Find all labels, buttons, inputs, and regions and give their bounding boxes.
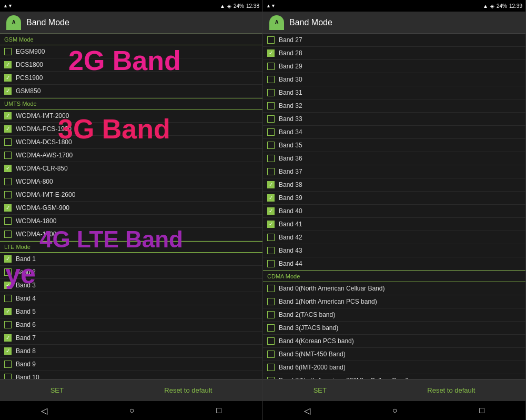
band-item[interactable]: Band 4(Korean PCS band)	[263, 335, 525, 348]
band-item[interactable]: Band 1	[0, 253, 262, 266]
checkbox-wcdma-1800[interactable]	[4, 217, 12, 225]
checkbox-cdma-band6[interactable]	[267, 364, 275, 371]
band-item[interactable]: WCDMA-PCS-1900	[0, 123, 262, 136]
checkbox-band5[interactable]	[4, 308, 12, 315]
checkbox-wcdma-dcs1800[interactable]	[4, 138, 12, 146]
band-item[interactable]: PCS1900	[0, 72, 262, 85]
checkbox-band33[interactable]	[267, 115, 275, 123]
band-item[interactable]: Band 30	[263, 73, 525, 86]
checkbox-band28[interactable]	[267, 49, 275, 57]
checkbox-dcs1800[interactable]	[4, 61, 12, 68]
recents-icon-right[interactable]: □	[479, 406, 484, 415]
band-item[interactable]: Band 38	[263, 178, 525, 192]
band-item[interactable]: Band 5(NMT-450 Band)	[263, 348, 525, 361]
band-item[interactable]: WCDMA-1800	[0, 215, 262, 228]
band-item[interactable]: WCDMA-IMT-2000	[0, 109, 262, 123]
content-left[interactable]: GSM Mode EGSM900 DCS1800 PCS1900 GSM850 …	[0, 34, 262, 379]
band-item[interactable]: WCDMA-1700	[0, 228, 262, 241]
recents-icon[interactable]: □	[216, 406, 221, 415]
checkbox-band3[interactable]	[4, 282, 12, 289]
checkbox-band27[interactable]	[267, 36, 275, 44]
checkbox-cdma-band1[interactable]	[267, 298, 275, 305]
checkbox-band29[interactable]	[267, 63, 275, 70]
band-item[interactable]: Band 39	[263, 192, 525, 205]
band-item[interactable]: Band 3	[0, 279, 262, 292]
band-item[interactable]: WCDMA-GSM-900	[0, 202, 262, 215]
band-item[interactable]: Band 35	[263, 139, 525, 152]
band-item[interactable]: Band 34	[263, 126, 525, 139]
checkbox-band44[interactable]	[267, 260, 275, 267]
checkbox-pcs1900[interactable]	[4, 74, 12, 82]
band-item[interactable]: Band 27	[263, 34, 525, 47]
band-item[interactable]: DCS1800	[0, 58, 262, 72]
band-item[interactable]: Band 5	[0, 305, 262, 318]
band-item[interactable]: GSM850	[0, 85, 262, 98]
checkbox-band35[interactable]	[267, 142, 275, 149]
checkbox-band9[interactable]	[4, 361, 12, 368]
checkbox-band2[interactable]	[4, 268, 12, 276]
band-item[interactable]: Band 1(North American PCS band)	[263, 295, 525, 308]
checkbox-band7[interactable]	[4, 334, 12, 342]
checkbox-gsm850[interactable]	[4, 87, 12, 95]
band-item[interactable]: Band 32	[263, 99, 525, 113]
band-item[interactable]: Band 3(JTACS band)	[263, 322, 525, 335]
checkbox-band32[interactable]	[267, 102, 275, 109]
back-icon[interactable]: ◁	[41, 406, 47, 416]
band-item[interactable]: Band 42	[263, 231, 525, 244]
checkbox-band8[interactable]	[4, 347, 12, 355]
band-item[interactable]: Band 44	[263, 257, 525, 271]
checkbox-wcdma-1700[interactable]	[4, 231, 12, 238]
band-item[interactable]: Band 37	[263, 165, 525, 178]
band-item[interactable]: Band 29	[263, 60, 525, 73]
band-item[interactable]: Band 4	[0, 292, 262, 305]
band-item[interactable]: Band 9	[0, 358, 262, 371]
checkbox-cdma-band5[interactable]	[267, 351, 275, 358]
band-item[interactable]: WCDMA-DCS-1800	[0, 136, 262, 149]
checkbox-band10[interactable]	[4, 374, 12, 379]
checkbox-band43[interactable]	[267, 247, 275, 254]
band-item[interactable]: Band 36	[263, 152, 525, 165]
checkbox-band41[interactable]	[267, 221, 275, 228]
band-item[interactable]: Band 10	[0, 371, 262, 379]
band-item[interactable]: WCDMA-800	[0, 175, 262, 188]
checkbox-wcdma-pcs1900[interactable]	[4, 125, 12, 133]
back-icon-right[interactable]: ◁	[304, 406, 310, 416]
home-icon[interactable]: ○	[129, 406, 135, 415]
band-item[interactable]: EGSM900	[0, 45, 262, 58]
checkbox-band38[interactable]	[267, 181, 275, 188]
band-item[interactable]: Band 28	[263, 47, 525, 60]
band-item[interactable]: Band 0(North American Celluar Band)	[263, 282, 525, 295]
checkbox-band4[interactable]	[4, 295, 12, 302]
band-item[interactable]: Band 41	[263, 218, 525, 231]
set-button-left[interactable]: SET	[40, 382, 74, 398]
band-item[interactable]: Band 7	[0, 332, 262, 345]
checkbox-cdma-band2[interactable]	[267, 311, 275, 318]
band-item[interactable]: Band 6(IMT-2000 band)	[263, 361, 525, 374]
reset-button-left[interactable]: Reset to default	[154, 382, 222, 398]
checkbox-band34[interactable]	[267, 128, 275, 136]
checkbox-band37[interactable]	[267, 168, 275, 175]
checkbox-band31[interactable]	[267, 89, 275, 96]
band-item[interactable]: Band 33	[263, 113, 525, 126]
checkbox-band30[interactable]	[267, 76, 275, 83]
band-item[interactable]: Band 6	[0, 318, 262, 332]
reset-button-right[interactable]: Reset to default	[417, 382, 485, 398]
checkbox-egsm900[interactable]	[4, 48, 12, 55]
checkbox-cdma-band4[interactable]	[267, 337, 275, 345]
checkbox-wcdma-800[interactable]	[4, 178, 12, 185]
band-item[interactable]: Band 2	[0, 266, 262, 279]
checkbox-wcdma-aws1700[interactable]	[4, 152, 12, 159]
checkbox-band6[interactable]	[4, 321, 12, 328]
checkbox-wcdma-imte2600[interactable]	[4, 191, 12, 198]
band-item[interactable]: Band 7(North American 700Mhz Celluar Ban…	[263, 374, 525, 379]
checkbox-wcdma-gsm900[interactable]	[4, 204, 12, 212]
checkbox-cdma-band0[interactable]	[267, 285, 275, 292]
checkbox-band42[interactable]	[267, 234, 275, 241]
band-item[interactable]: WCDMA-CLR-850	[0, 162, 262, 175]
checkbox-wcdma-imt2000[interactable]	[4, 112, 12, 119]
band-item[interactable]: WCDMA-IMT-E-2600	[0, 188, 262, 202]
checkbox-cdma-band3[interactable]	[267, 324, 275, 332]
band-item[interactable]: Band 2(TACS band)	[263, 308, 525, 322]
home-icon-right[interactable]: ○	[392, 406, 398, 415]
band-item[interactable]: Band 31	[263, 86, 525, 99]
